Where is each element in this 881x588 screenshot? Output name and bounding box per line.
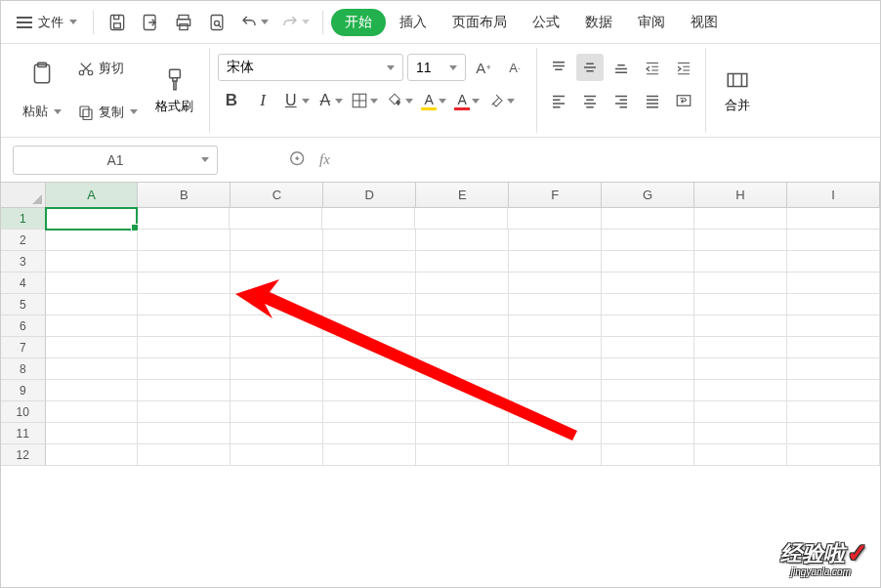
cell[interactable] bbox=[323, 444, 416, 466]
cell[interactable] bbox=[323, 401, 416, 423]
cell[interactable] bbox=[787, 444, 880, 466]
cell[interactable] bbox=[787, 294, 880, 315]
column-header[interactable]: I bbox=[787, 183, 880, 207]
italic-button[interactable]: I bbox=[249, 87, 276, 114]
tab-insert[interactable]: 插入 bbox=[388, 8, 439, 37]
row-header[interactable]: 6 bbox=[1, 315, 46, 337]
cell[interactable] bbox=[694, 315, 787, 337]
cell[interactable] bbox=[694, 380, 787, 401]
cell[interactable] bbox=[231, 273, 323, 294]
cell[interactable] bbox=[509, 423, 602, 444]
cell[interactable] bbox=[323, 380, 416, 401]
cell[interactable] bbox=[231, 251, 323, 273]
cell[interactable] bbox=[138, 358, 231, 380]
copy-button[interactable]: 复制 bbox=[71, 100, 144, 125]
column-header[interactable]: C bbox=[231, 183, 323, 207]
cell[interactable] bbox=[46, 444, 139, 466]
cell[interactable] bbox=[231, 401, 323, 423]
justify-button[interactable] bbox=[639, 87, 666, 114]
cell[interactable] bbox=[509, 337, 602, 358]
cell[interactable] bbox=[508, 208, 601, 230]
cell[interactable] bbox=[138, 380, 231, 401]
font-size-select[interactable]: 11 bbox=[407, 54, 466, 81]
cell[interactable] bbox=[138, 251, 231, 273]
cut-button[interactable]: 剪切 bbox=[71, 56, 144, 81]
undo-button[interactable] bbox=[234, 7, 273, 38]
paste-button[interactable] bbox=[17, 54, 67, 93]
export-button[interactable] bbox=[135, 7, 166, 38]
merge-button[interactable]: 合并 bbox=[714, 48, 761, 133]
cell[interactable] bbox=[138, 315, 231, 337]
cell[interactable] bbox=[416, 294, 509, 315]
column-header[interactable]: A bbox=[46, 183, 139, 207]
cell[interactable] bbox=[694, 337, 787, 358]
cell[interactable] bbox=[787, 423, 880, 444]
cell[interactable] bbox=[602, 380, 694, 401]
align-bottom-button[interactable] bbox=[608, 54, 635, 81]
column-header[interactable]: H bbox=[694, 183, 787, 207]
cell[interactable] bbox=[416, 401, 509, 423]
cell[interactable] bbox=[602, 230, 694, 251]
underline-button[interactable]: U bbox=[280, 90, 312, 111]
cell[interactable] bbox=[787, 208, 880, 230]
cell[interactable] bbox=[230, 208, 322, 230]
increase-font-size-button[interactable]: A+ bbox=[470, 54, 497, 81]
font-color-button[interactable]: A bbox=[452, 90, 482, 112]
cell[interactable] bbox=[787, 380, 880, 401]
cell[interactable] bbox=[602, 401, 694, 423]
cell[interactable] bbox=[602, 294, 694, 315]
cell[interactable] bbox=[138, 294, 231, 315]
cell[interactable] bbox=[231, 380, 323, 401]
row-header[interactable]: 8 bbox=[1, 358, 46, 380]
cell[interactable] bbox=[46, 273, 139, 294]
cell[interactable] bbox=[602, 315, 694, 337]
cell[interactable] bbox=[694, 273, 787, 294]
row-header[interactable]: 3 bbox=[1, 251, 46, 273]
select-all-corner[interactable] bbox=[1, 183, 46, 207]
cell[interactable] bbox=[694, 294, 787, 315]
cell[interactable] bbox=[45, 207, 138, 231]
cell[interactable] bbox=[323, 358, 416, 380]
tab-review[interactable]: 审阅 bbox=[626, 8, 677, 37]
cell[interactable] bbox=[416, 444, 509, 466]
row-header[interactable]: 9 bbox=[1, 380, 46, 401]
cell[interactable] bbox=[231, 337, 323, 358]
cell[interactable] bbox=[138, 423, 231, 444]
cell[interactable] bbox=[694, 251, 787, 273]
cell[interactable] bbox=[787, 401, 880, 423]
column-header[interactable]: G bbox=[602, 183, 694, 207]
cell[interactable] bbox=[694, 444, 787, 466]
row-header[interactable]: 2 bbox=[1, 230, 46, 251]
strikethrough-button[interactable]: A bbox=[315, 90, 346, 111]
cell[interactable] bbox=[46, 251, 139, 273]
cell[interactable] bbox=[602, 337, 694, 358]
cell[interactable] bbox=[694, 358, 787, 380]
paste-dropdown[interactable]: 粘贴 bbox=[17, 99, 67, 124]
print-button[interactable] bbox=[168, 7, 199, 38]
cell[interactable] bbox=[231, 230, 323, 251]
cell[interactable] bbox=[416, 230, 509, 251]
cell[interactable] bbox=[231, 315, 323, 337]
cell[interactable] bbox=[509, 273, 602, 294]
cell[interactable] bbox=[416, 380, 509, 401]
cell[interactable] bbox=[138, 337, 231, 358]
cell[interactable] bbox=[694, 423, 787, 444]
align-right-button[interactable] bbox=[608, 87, 635, 114]
cell[interactable] bbox=[602, 273, 694, 294]
file-menu-button[interactable]: 文件 bbox=[9, 10, 85, 35]
cell[interactable] bbox=[322, 208, 415, 230]
cell[interactable] bbox=[694, 401, 787, 423]
align-middle-button[interactable] bbox=[576, 54, 604, 81]
cell[interactable] bbox=[323, 230, 416, 251]
tab-data[interactable]: 数据 bbox=[573, 8, 624, 37]
tab-page-layout[interactable]: 页面布局 bbox=[440, 8, 519, 37]
decrease-font-size-button[interactable]: A- bbox=[501, 54, 528, 81]
cell[interactable] bbox=[509, 294, 602, 315]
cell[interactable] bbox=[231, 358, 323, 380]
cell[interactable] bbox=[787, 337, 880, 358]
border-button[interactable] bbox=[349, 90, 380, 111]
align-left-button[interactable] bbox=[545, 87, 572, 114]
cell[interactable] bbox=[602, 358, 694, 380]
row-header[interactable]: 11 bbox=[1, 423, 46, 444]
bold-button[interactable]: B bbox=[218, 87, 245, 114]
